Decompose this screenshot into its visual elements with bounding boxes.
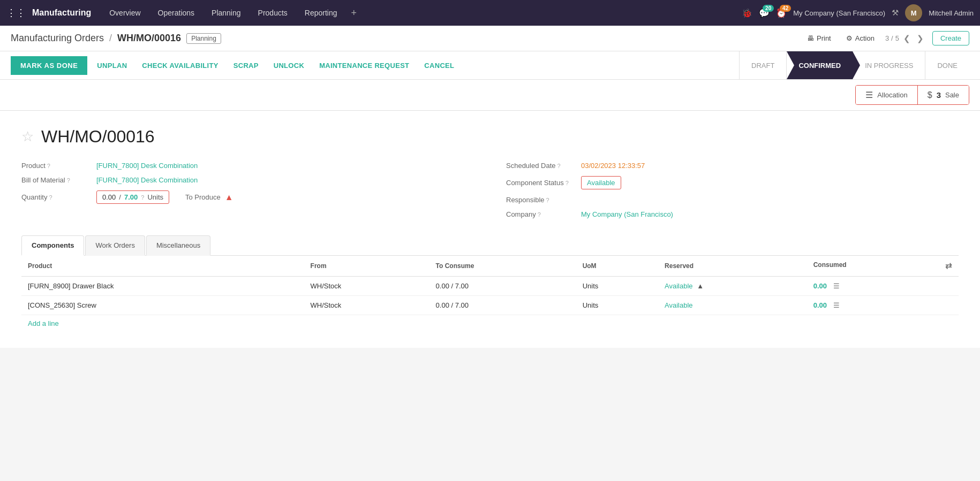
qty-done-value: 0.00 — [102, 193, 116, 201]
quantity-input-group[interactable]: 0.00 / 7.00 ? Units — [96, 190, 169, 204]
responsible-help-icon[interactable]: ? — [546, 197, 549, 203]
form-left-column: Product ? [FURN_7800] Desk Combination B… — [21, 162, 474, 225]
table-row: [FURN_8900] Drawer Black WH/Stock 0.00 /… — [21, 277, 959, 296]
company-field: Company ? My Company (San Francisco) — [506, 210, 959, 218]
order-number-title: WH/MO/00016 — [41, 127, 155, 147]
breadcrumb-parent[interactable]: Manufacturing Orders — [11, 33, 104, 44]
bug-icon[interactable]: 🐞 — [742, 8, 752, 18]
dollar-icon: $ — [928, 90, 932, 100]
col-to-consume: To Consume — [429, 256, 576, 277]
activities-icon[interactable]: ⏰ 42 — [776, 8, 787, 18]
scrap-button[interactable]: SCRAP — [226, 56, 266, 75]
comp-status-help-icon[interactable]: ? — [566, 180, 569, 186]
nav-planning[interactable]: Planning — [204, 5, 248, 20]
favorite-star-icon[interactable]: ☆ — [21, 128, 34, 145]
bom-label: Bill of Material ? — [21, 176, 96, 184]
action-button[interactable]: ⚙ Action — [842, 32, 879, 44]
bom-value[interactable]: [FURN_7800] Desk Combination — [96, 176, 198, 184]
component-status-value: Available — [587, 179, 615, 187]
scheduled-date-field: Scheduled Date ? 03/02/2023 12:33:57 — [506, 162, 959, 170]
check-availability-button[interactable]: CHECK AVAILABILITY — [134, 56, 225, 75]
table-settings-icon[interactable]: ⇄ — [945, 261, 952, 271]
forecast-icon[interactable]: ▲ — [697, 282, 704, 290]
status-confirmed-label: CONFIRMED — [798, 62, 841, 70]
tab-components[interactable]: Components — [21, 235, 84, 256]
sale-button[interactable]: $ 3 Sale — [918, 86, 969, 104]
status-confirmed[interactable]: CONFIRMED — [786, 51, 853, 79]
unplan-button[interactable]: UNPLAN — [89, 56, 134, 75]
mark-as-done-button[interactable]: MARK AS DONE — [11, 56, 87, 75]
cell-uom-1: Units — [576, 296, 658, 315]
product-field: Product ? [FURN_7800] Desk Combination — [21, 162, 474, 170]
cell-to-consume-1: 0.00 / 7.00 — [429, 296, 576, 315]
cancel-button[interactable]: CANCEL — [417, 56, 462, 75]
topnav-right-section: 🐞 💬 20 ⏰ 42 My Company (San Francisco) ⚒… — [742, 4, 974, 21]
breadcrumb-separator: / — [109, 33, 112, 44]
cell-from-1: WH/Stock — [304, 296, 429, 315]
activities-badge: 42 — [780, 5, 791, 12]
table-row: [CONS_25630] Screw WH/Stock 0.00 / 7.00 … — [21, 296, 959, 315]
next-page-button[interactable]: ❯ — [915, 33, 926, 44]
username-label[interactable]: Mitchell Admin — [929, 9, 974, 17]
component-status-label: Component Status ? — [506, 179, 581, 187]
qty-target-value[interactable]: 7.00 — [124, 193, 138, 201]
company-selector[interactable]: My Company (San Francisco) — [793, 9, 885, 17]
planning-tag: Planning — [186, 33, 221, 44]
cell-from-0: WH/Stock — [304, 277, 429, 296]
forecast-chart-icon[interactable]: ▲ — [225, 193, 233, 202]
create-button[interactable]: Create — [932, 31, 969, 45]
status-bar: DRAFT CONFIRMED IN PROGRESS DONE — [739, 51, 969, 79]
sale-label: Sale — [945, 91, 959, 99]
action-label: Action — [855, 34, 875, 42]
maintenance-request-button[interactable]: MAINTENANCE REQUEST — [312, 56, 417, 75]
allocation-button[interactable]: ☰ Allocation — [856, 86, 917, 104]
nav-operations[interactable]: Operations — [150, 5, 202, 20]
product-help-icon[interactable]: ? — [47, 163, 50, 169]
app-brand[interactable]: Manufacturing — [32, 8, 91, 18]
product-value[interactable]: [FURN_7800] Desk Combination — [96, 162, 198, 170]
print-label: Print — [817, 34, 831, 42]
prev-page-button[interactable]: ❮ — [901, 33, 913, 44]
print-button[interactable]: 🖶 Print — [803, 32, 835, 44]
qty-target-help-icon[interactable]: ? — [141, 194, 144, 201]
qty-label: Quantity ? — [21, 193, 96, 201]
bom-field: Bill of Material ? [FURN_7800] Desk Comb… — [21, 176, 474, 184]
responsible-field: Responsible ? — [506, 196, 959, 204]
nav-overview[interactable]: Overview — [102, 5, 148, 20]
status-in-progress[interactable]: IN PROGRESS — [853, 51, 925, 79]
allocation-icon: ☰ — [865, 90, 873, 100]
cell-reserved-0: Available ▲ — [658, 277, 807, 296]
status-draft[interactable]: DRAFT — [739, 51, 786, 79]
apps-menu-icon[interactable]: ⋮⋮ — [6, 7, 26, 19]
messages-icon[interactable]: 💬 20 — [759, 8, 770, 18]
bom-help-icon[interactable]: ? — [67, 177, 70, 184]
scheduled-date-help-icon[interactable]: ? — [557, 163, 561, 169]
user-avatar[interactable]: M — [905, 4, 922, 21]
form-area: ☆ WH/MO/00016 Product ? [FURN_7800] Desk… — [0, 111, 980, 348]
company-help-icon[interactable]: ? — [538, 211, 541, 218]
tab-work-orders[interactable]: Work Orders — [85, 235, 145, 256]
qty-help-icon[interactable]: ? — [49, 194, 52, 201]
cell-to-consume-0: 0.00 / 7.00 — [429, 277, 576, 296]
settings-icon[interactable]: ⚒ — [892, 8, 899, 18]
tab-miscellaneous[interactable]: Miscellaneous — [146, 235, 210, 256]
add-line-button[interactable]: Add a line — [21, 315, 65, 332]
detail-list-icon[interactable]: ☰ — [833, 282, 840, 290]
unlock-button[interactable]: UNLOCK — [266, 56, 312, 75]
page-current: 3 — [885, 34, 889, 42]
top-navigation: ⋮⋮ Manufacturing Overview Operations Pla… — [0, 0, 980, 26]
allocation-label: Allocation — [877, 91, 907, 99]
detail-list-icon[interactable]: ☰ — [833, 301, 840, 309]
nav-reporting[interactable]: Reporting — [297, 5, 345, 20]
breadcrumb-bar: Manufacturing Orders / WH/MO/00016 Plann… — [0, 26, 980, 51]
col-reserved: Reserved — [658, 256, 807, 277]
nav-products[interactable]: Products — [251, 5, 295, 20]
action-buttons: MARK AS DONE UNPLAN CHECK AVAILABILITY S… — [11, 56, 739, 75]
nav-add-icon[interactable]: + — [347, 5, 361, 21]
company-value[interactable]: My Company (San Francisco) — [581, 210, 673, 218]
to-produce-label: To Produce — [185, 193, 221, 201]
status-done[interactable]: DONE — [925, 51, 969, 79]
messages-badge: 20 — [763, 5, 774, 12]
scheduled-date-value[interactable]: 03/02/2023 12:33:57 — [581, 162, 645, 170]
status-in-progress-label: IN PROGRESS — [865, 62, 913, 70]
